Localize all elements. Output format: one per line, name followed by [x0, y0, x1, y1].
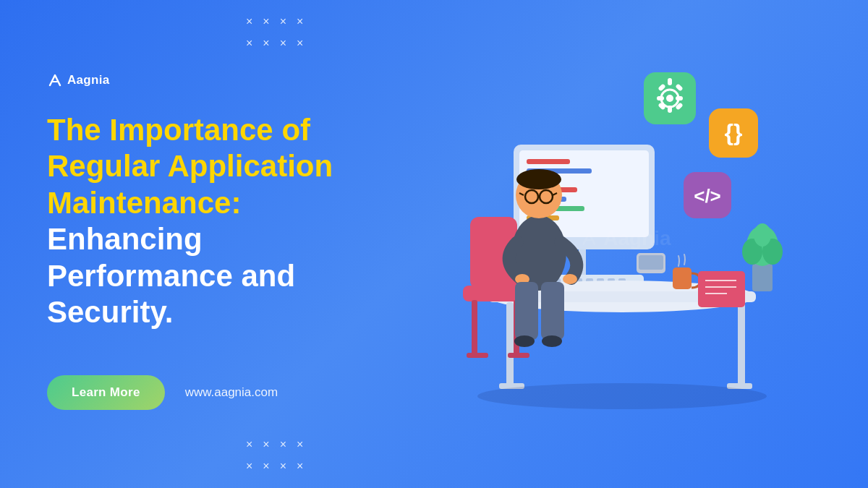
svg-point-73 [754, 223, 771, 247]
hero-illustration: {} </> [427, 51, 825, 427]
svg-point-50 [516, 169, 561, 189]
svg-rect-6 [676, 96, 683, 100]
logo-icon [47, 72, 63, 88]
x-mark: × [280, 38, 286, 49]
svg-rect-38 [506, 302, 514, 389]
page-container: × × × × × × × × × × × × × × × × Aagnia T… [0, 0, 868, 488]
title-line2: Regular Application [47, 148, 394, 184]
svg-rect-46 [467, 353, 488, 358]
svg-rect-19 [527, 159, 570, 164]
x-mark: × [263, 38, 269, 49]
logo: Aagnia [47, 72, 109, 88]
watermark: Aagnia [580, 227, 671, 250]
svg-rect-59 [541, 282, 564, 340]
svg-point-74 [477, 383, 767, 409]
x-mark: × [263, 16, 269, 27]
learn-more-button[interactable]: Learn More [47, 375, 165, 410]
x-mark: × [246, 16, 252, 27]
svg-rect-3 [668, 78, 672, 85]
watermark-text: Aagnia [603, 227, 671, 250]
svg-rect-4 [668, 106, 672, 113]
svg-text:{}: {} [725, 119, 743, 145]
svg-point-2 [666, 95, 673, 102]
svg-rect-63 [639, 255, 663, 270]
title-line6: Security. [47, 294, 394, 330]
svg-rect-58 [515, 282, 538, 340]
cta-area: Learn More www.aagnia.com [47, 375, 278, 410]
x-mark: × [246, 439, 252, 450]
svg-point-61 [542, 335, 562, 347]
title-line5: Performance and [47, 258, 394, 294]
top-x-pattern: × × × × × × × × [246, 16, 303, 49]
website-url: www.aagnia.com [185, 385, 278, 400]
x-mark: × [297, 38, 303, 49]
svg-rect-5 [657, 96, 664, 100]
svg-rect-65 [698, 271, 745, 307]
x-mark: × [280, 439, 286, 450]
x-mark: × [297, 439, 303, 450]
svg-text:</>: </> [694, 185, 721, 207]
svg-rect-64 [673, 267, 692, 289]
x-mark: × [263, 461, 269, 472]
brand-name: Aagnia [67, 73, 109, 87]
bottom-x-pattern: × × × × × × × × [246, 439, 303, 472]
svg-point-60 [514, 335, 535, 347]
x-mark: × [297, 16, 303, 27]
svg-rect-69 [752, 264, 773, 291]
title-line3: Maintenance: [47, 185, 394, 221]
title-line4: Enhancing [47, 221, 394, 257]
x-mark: × [280, 461, 286, 472]
svg-rect-44 [472, 300, 477, 358]
svg-rect-47 [508, 353, 529, 358]
x-mark: × [246, 38, 252, 49]
x-mark: × [297, 461, 303, 472]
x-mark: × [246, 461, 252, 472]
hero-title: The Importance of Regular Application Ma… [47, 112, 394, 330]
title-line1: The Importance of [47, 112, 394, 148]
x-mark: × [280, 16, 286, 27]
x-mark: × [263, 439, 269, 450]
svg-rect-39 [738, 302, 745, 389]
svg-point-57 [563, 274, 577, 284]
